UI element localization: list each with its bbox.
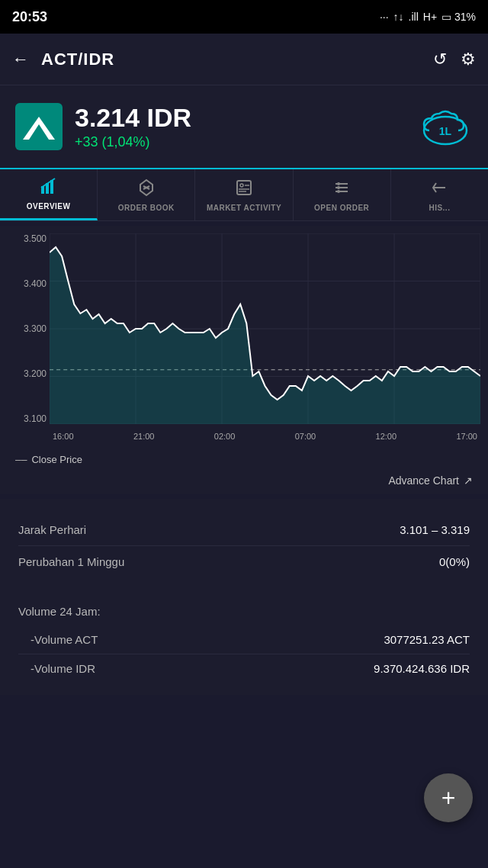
signal-bars: .ill [409, 11, 419, 23]
tab-history[interactable]: HIS... [391, 169, 488, 220]
chart-y-axis: 3.500 3.400 3.300 3.200 3.100 [8, 233, 50, 424]
advance-chart-icon: ↗ [464, 474, 473, 487]
stat-value-0: 3.101 – 3.319 [400, 523, 470, 536]
legend-dash-icon: – – [15, 453, 25, 465]
y-label-3200: 3.200 [8, 368, 47, 379]
status-bar: 20:53 ··· ↑↓ .ill H+ ▭ 31% [0, 0, 488, 34]
svg-rect-10 [237, 181, 251, 194]
tab-history-label: HIS... [429, 204, 450, 212]
tab-marketactivity-label: MARKET ACTIVITY [207, 204, 281, 212]
network-type: H+ [423, 11, 437, 23]
header: ← ACT/IDR ↺ ⚙ [0, 34, 488, 85]
volume-value-0: 3077251.23 ACT [384, 633, 470, 646]
legend-text: Close Price [31, 454, 82, 465]
tab-orderbook[interactable]: ORDER BOOK [98, 169, 195, 220]
volume-label-1: -Volume IDR [30, 662, 95, 675]
stat-row-0: Jarak Perhari 3.101 – 3.319 [18, 514, 470, 546]
tab-orderbook-label: ORDER BOOK [118, 204, 175, 212]
volume-label-0: -Volume ACT [30, 633, 98, 646]
tab-marketactivity[interactable]: MARKET ACTIVITY [195, 169, 293, 220]
price-change: +33 (1,04%) [75, 134, 191, 150]
header-title: ACT/IDR [41, 50, 114, 69]
x-label-1600: 16:00 [53, 432, 74, 441]
volume-title: Volume 24 Jam: [18, 605, 470, 618]
back-button[interactable]: ← [12, 50, 29, 69]
x-label-1700: 17:00 [456, 432, 477, 441]
status-time: 20:53 [12, 9, 47, 25]
header-right: ↺ ⚙ [433, 50, 476, 69]
refresh-button[interactable]: ↺ [433, 50, 447, 69]
svg-point-16 [337, 182, 340, 185]
stat-label-1: Perubahan 1 Minggu [18, 555, 124, 568]
advance-chart-row: Advance Chart ↗ [8, 471, 480, 494]
volume-value-1: 9.370.424.636 IDR [374, 662, 470, 675]
fab-button[interactable]: + [424, 773, 473, 822]
price-left: 3.214 IDR +33 (1,04%) [15, 103, 191, 150]
battery-icon: ▭ 31% [441, 11, 476, 23]
chart-x-axis: 16:00 21:00 02:00 07:00 12:00 17:00 [50, 426, 480, 447]
volume-row-1: -Volume IDR 9.370.424.636 IDR [18, 654, 470, 683]
price-value: 3.214 IDR [75, 103, 191, 133]
advance-chart-button[interactable]: Advance Chart ↗ [388, 474, 473, 487]
svg-point-20 [337, 190, 340, 193]
svg-marker-35 [50, 247, 480, 424]
status-icons: ··· ↑↓ .ill H+ ▭ 31% [380, 11, 476, 23]
volume-row-0: -Volume ACT 3077251.23 ACT [18, 625, 470, 654]
y-label-3300: 3.300 [8, 323, 47, 334]
signal-arrows: ↑↓ [393, 11, 404, 23]
chart-section: 3.500 3.400 3.300 3.200 3.100 [0, 226, 488, 494]
advance-chart-label: Advance Chart [388, 474, 459, 487]
stat-value-1: 0(0%) [439, 555, 470, 568]
stat-label-0: Jarak Perhari [18, 523, 86, 536]
chart-svg [50, 233, 480, 424]
volume-section: Volume 24 Jam: -Volume ACT 3077251.23 AC… [0, 593, 488, 695]
svg-text:1L: 1L [439, 125, 452, 137]
stats-section: Jarak Perhari 3.101 – 3.319 Perubahan 1 … [0, 499, 488, 593]
orderbook-icon [137, 178, 156, 201]
history-icon [430, 178, 448, 201]
network-dots: ··· [380, 11, 389, 23]
header-left: ← ACT/IDR [12, 50, 114, 69]
svg-point-11 [240, 184, 243, 187]
chart-svg-area [50, 233, 480, 424]
y-label-3400: 3.400 [8, 278, 47, 289]
x-label-1200: 12:00 [376, 432, 397, 441]
stat-row-1: Perubahan 1 Minggu 0(0%) [18, 546, 470, 577]
y-label-3100: 3.100 [8, 413, 47, 424]
x-label-0200: 02:00 [214, 432, 236, 441]
svg-point-18 [337, 186, 340, 189]
cloud-svg: 1L [418, 103, 473, 150]
openorder-icon [332, 178, 351, 201]
x-label-2100: 21:00 [133, 432, 155, 441]
act-logo [15, 103, 63, 150]
cloud-icon-button[interactable]: 1L [418, 99, 473, 154]
svg-rect-0 [15, 103, 63, 150]
close-price-legend: – – Close Price [8, 447, 480, 471]
tab-overview[interactable]: OVERVIEW [0, 169, 98, 220]
price-section: 3.214 IDR +33 (1,04%) 1L [0, 85, 488, 169]
price-info: 3.214 IDR +33 (1,04%) [75, 103, 191, 150]
tab-bar: OVERVIEW ORDER BOOK MARKET ACTIVITY OPEN… [0, 169, 488, 221]
settings-button[interactable]: ⚙ [461, 50, 476, 69]
tab-overview-label: OVERVIEW [27, 202, 71, 211]
tab-openorder[interactable]: OPEN ORDER [294, 169, 391, 220]
chart-container: 3.500 3.400 3.300 3.200 3.100 [8, 233, 480, 447]
marketactivity-icon [235, 178, 253, 201]
y-label-3500: 3.500 [8, 233, 47, 244]
tab-openorder-label: OPEN ORDER [314, 204, 369, 212]
overview-icon [40, 177, 58, 199]
x-label-0700: 07:00 [295, 432, 316, 441]
